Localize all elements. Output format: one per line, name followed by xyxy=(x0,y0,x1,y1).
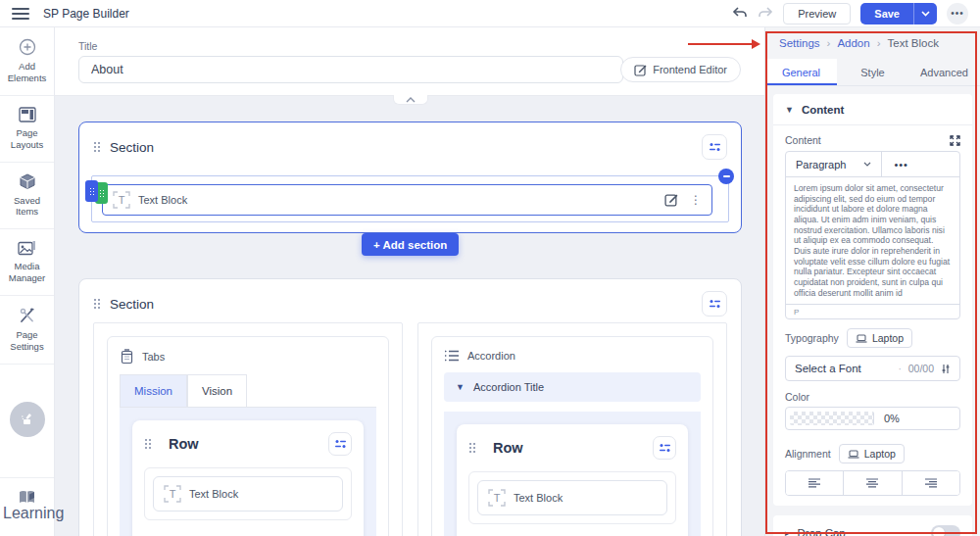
more-options-button[interactable]: ••• xyxy=(947,3,968,24)
plus-circle-icon xyxy=(19,38,36,56)
save-dropdown-button[interactable] xyxy=(913,3,937,24)
editor-more-button[interactable]: ••• xyxy=(882,152,920,176)
sidebar-item-add-elements[interactable]: Add Elements xyxy=(0,27,54,96)
tab-advanced[interactable]: Advanced xyxy=(908,59,980,85)
frontend-editor-label: Frontend Editor xyxy=(653,64,727,75)
collapse-column-button[interactable] xyxy=(718,169,734,184)
column-drag-handle[interactable] xyxy=(85,180,98,202)
dropcap-group-card: ▸ Drop Cap xyxy=(773,515,972,536)
section-settings-button[interactable] xyxy=(702,291,727,317)
sidebar-item-page-layouts[interactable]: Page Layouts xyxy=(0,96,54,163)
addon-menu-icon[interactable]: ⋮ xyxy=(690,194,702,206)
hamburger-menu-icon[interactable] xyxy=(12,8,29,20)
tab-style[interactable]: Style xyxy=(837,59,908,85)
dropcap-toggle[interactable] xyxy=(931,525,960,536)
tab-general[interactable]: General xyxy=(765,59,837,85)
save-button[interactable]: Save xyxy=(860,3,913,24)
tabs-addon[interactable]: Tabs Mission Vision Row xyxy=(107,336,389,536)
accordion-title-bar[interactable]: ▼ Accordion Title xyxy=(444,372,701,402)
typography-device-chip[interactable]: Laptop xyxy=(847,328,912,348)
breadcrumb-current: Text Block xyxy=(888,37,939,49)
section-label: Section xyxy=(110,140,154,155)
accordion-addon[interactable]: Accordion ▼ Accordion Title Row xyxy=(431,336,713,536)
page-title-input[interactable] xyxy=(78,56,623,83)
column-accordion[interactable]: Accordion ▼ Accordion Title Row xyxy=(417,322,727,536)
frontend-editor-button[interactable]: Frontend Editor xyxy=(620,57,741,82)
sidebar-item-label: Page Layouts xyxy=(3,127,51,151)
text-block-icon: T xyxy=(113,191,130,209)
section-1[interactable]: Section T Text Block ⋮ xyxy=(78,122,742,233)
column-tabs[interactable]: Tabs Mission Vision Row xyxy=(93,322,403,536)
content-group-header[interactable]: ▼ Content xyxy=(785,104,960,116)
sidebar-item-learning[interactable]: Learning xyxy=(0,477,54,536)
image-icon xyxy=(18,240,36,256)
align-center-icon xyxy=(865,478,879,488)
sidebar-item-media-manager[interactable]: Media Manager xyxy=(0,229,54,296)
accordion-content-area: Row T Text Block xyxy=(444,412,701,536)
sliders-vertical-icon[interactable] xyxy=(941,364,951,374)
top-bar: SP Page Builder Preview Save ••• xyxy=(0,0,980,27)
tabs-addon-label: Tabs xyxy=(142,351,165,363)
dropcap-group-header[interactable]: ▸ Drop Cap xyxy=(785,527,846,536)
preview-button[interactable]: Preview xyxy=(783,3,851,24)
device-chip-label: Laptop xyxy=(872,332,904,344)
color-swatch[interactable] xyxy=(790,412,874,425)
caret-down-icon: ▼ xyxy=(456,382,465,392)
row-element[interactable]: Row T Text Block xyxy=(457,424,688,536)
panel-tabs: General Style Advanced xyxy=(765,59,980,86)
expand-icon[interactable] xyxy=(950,135,960,146)
breadcrumb-settings[interactable]: Settings xyxy=(779,37,820,49)
row-label: Row xyxy=(493,440,523,456)
chevron-up-icon xyxy=(406,97,416,103)
sidebar-item-label: Media Manager xyxy=(3,261,51,284)
row-label: Row xyxy=(169,436,199,452)
paragraph-dropdown-value: Paragraph xyxy=(796,159,846,171)
editor-textarea[interactable]: Lorem ipsum dolor sit amet, consectetur … xyxy=(786,177,959,304)
drag-handle-icon[interactable] xyxy=(93,141,101,153)
font-size-separator: · xyxy=(898,364,901,374)
font-size-value: 00/00 xyxy=(908,363,934,374)
add-section-button[interactable]: + Add section xyxy=(362,233,459,256)
row-element[interactable]: Row T Text Block xyxy=(132,420,364,536)
content-field-label: Content xyxy=(785,134,821,146)
tab-mission[interactable]: Mission xyxy=(120,374,187,407)
row-container[interactable]: T Text Block ⋮ xyxy=(91,175,729,222)
sliders-icon xyxy=(709,142,721,152)
page-header: Title Frontend Editor xyxy=(55,27,764,96)
group-title: Content xyxy=(802,104,844,116)
text-block-addon-selected[interactable]: T Text Block ⋮ xyxy=(102,184,712,216)
collapse-header-tab[interactable] xyxy=(393,95,428,105)
section-2[interactable]: Section Tabs Mission Vision xyxy=(78,278,742,536)
sidebar-item-saved-items[interactable]: Saved Items xyxy=(0,163,54,230)
avatar-circle[interactable] xyxy=(10,402,45,437)
font-select-field[interactable]: Select a Font · 00/00 xyxy=(785,356,960,381)
row-settings-button[interactable] xyxy=(653,436,676,460)
color-opacity-value[interactable]: 0% xyxy=(874,408,959,429)
align-left-button[interactable] xyxy=(786,471,843,495)
caret-down-icon: ▼ xyxy=(785,105,794,115)
sidebar-item-label: Add Elements xyxy=(3,61,51,84)
text-block-addon[interactable]: T Text Block xyxy=(153,476,343,512)
drag-handle-icon[interactable] xyxy=(144,438,152,450)
drag-handle-icon[interactable] xyxy=(468,442,476,454)
paragraph-dropdown[interactable]: Paragraph xyxy=(786,152,882,176)
align-right-button[interactable] xyxy=(902,471,959,495)
section-label: Section xyxy=(110,297,154,312)
group-title: Drop Cap xyxy=(798,527,846,536)
undo-button[interactable] xyxy=(732,7,748,20)
row-settings-button[interactable] xyxy=(328,432,352,456)
section-settings-button[interactable] xyxy=(702,134,727,160)
breadcrumb-addon[interactable]: Addon xyxy=(837,37,869,49)
sidebar-item-page-settings[interactable]: Page Settings xyxy=(0,296,54,365)
laptop-icon xyxy=(848,450,859,459)
align-center-button[interactable] xyxy=(843,471,901,495)
broom-icon xyxy=(20,412,35,427)
left-sidebar: Add Elements Page Layouts Saved Items Me… xyxy=(0,27,55,536)
drag-handle-icon[interactable] xyxy=(93,298,101,310)
alignment-device-chip[interactable]: Laptop xyxy=(839,444,905,463)
text-block-addon[interactable]: T Text Block xyxy=(477,480,667,515)
redo-button[interactable] xyxy=(758,7,773,20)
edit-addon-icon[interactable] xyxy=(664,193,678,207)
laptop-icon xyxy=(856,334,867,343)
tab-vision[interactable]: Vision xyxy=(187,374,247,407)
